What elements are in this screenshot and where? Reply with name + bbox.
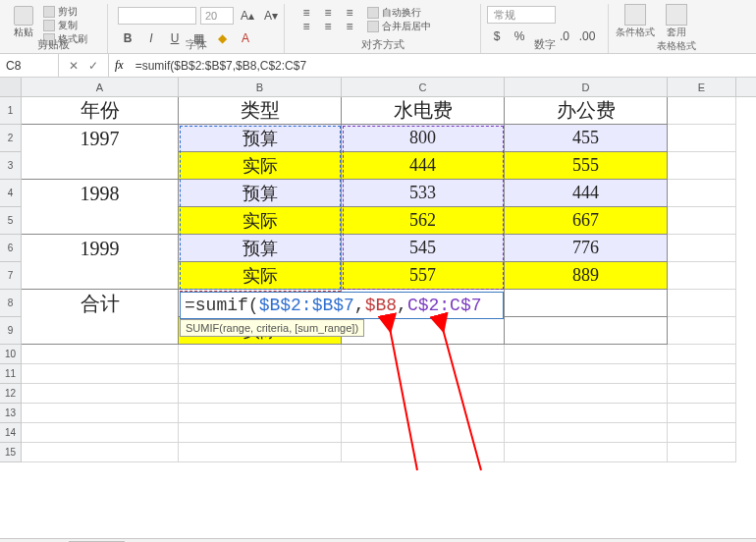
- cell[interactable]: 562: [342, 207, 505, 235]
- cell[interactable]: [505, 423, 668, 443]
- column-header-D[interactable]: D: [505, 78, 668, 96]
- column-header-A[interactable]: A: [22, 78, 179, 96]
- cell[interactable]: [342, 443, 505, 462]
- cell[interactable]: [342, 317, 505, 345]
- cell[interactable]: 预算: [179, 180, 342, 207]
- cell[interactable]: 1998: [22, 180, 179, 207]
- cell[interactable]: [505, 290, 668, 317]
- cell[interactable]: [505, 364, 668, 384]
- select-all-corner[interactable]: [0, 78, 22, 96]
- cell[interactable]: [179, 345, 342, 364]
- cell[interactable]: [179, 443, 342, 462]
- cancel-formula-icon[interactable]: ✕: [67, 59, 81, 73]
- decrease-font-icon[interactable]: A▾: [261, 6, 281, 26]
- row-header[interactable]: 8: [0, 290, 22, 317]
- row-header[interactable]: 2: [0, 125, 22, 152]
- cell[interactable]: 444: [505, 180, 668, 207]
- cell[interactable]: [668, 364, 736, 384]
- cell[interactable]: [505, 404, 668, 423]
- wrap-text-button[interactable]: 自动换行: [367, 6, 431, 19]
- row-header[interactable]: 12: [0, 384, 22, 404]
- cell[interactable]: [668, 97, 736, 125]
- cell[interactable]: [179, 423, 342, 443]
- align-right-icon[interactable]: ≡: [340, 17, 359, 36]
- cell[interactable]: [342, 384, 505, 404]
- cell[interactable]: 办公费: [505, 97, 668, 125]
- copy-button[interactable]: 复制: [43, 19, 87, 31]
- cell[interactable]: 水电费: [342, 97, 505, 125]
- paste-button[interactable]: 粘贴: [6, 4, 41, 41]
- cell[interactable]: 类型: [179, 97, 342, 125]
- cell[interactable]: [505, 317, 668, 345]
- row-header[interactable]: 11: [0, 364, 22, 384]
- cell[interactable]: [668, 404, 736, 423]
- cell[interactable]: [22, 262, 179, 290]
- merge-center-button[interactable]: 合并后居中: [367, 20, 431, 32]
- cell[interactable]: [22, 404, 179, 423]
- number-format-combo[interactable]: 常规: [487, 6, 556, 24]
- cell[interactable]: 合计: [22, 290, 179, 317]
- cell[interactable]: 预算: [179, 235, 342, 262]
- table-format-button[interactable]: 套用 表格格式: [656, 4, 697, 53]
- cell[interactable]: 预算: [179, 125, 342, 152]
- row-header[interactable]: 15: [0, 443, 22, 462]
- cell[interactable]: 455: [505, 125, 668, 152]
- cell[interactable]: [668, 207, 736, 235]
- cell[interactable]: [22, 423, 179, 443]
- cell[interactable]: [668, 290, 736, 317]
- align-left-icon[interactable]: ≡: [297, 17, 316, 36]
- font-size-combo[interactable]: 20: [200, 7, 234, 25]
- column-header-E[interactable]: E: [668, 78, 736, 96]
- cell[interactable]: [22, 152, 179, 180]
- row-header[interactable]: 4: [0, 180, 22, 207]
- cell[interactable]: [505, 345, 668, 364]
- cell[interactable]: [22, 317, 179, 345]
- cell[interactable]: [342, 364, 505, 384]
- cell[interactable]: [22, 443, 179, 462]
- cell[interactable]: [668, 180, 736, 207]
- cell[interactable]: [668, 125, 736, 152]
- cell[interactable]: 545: [342, 235, 505, 262]
- cut-button[interactable]: 剪切: [43, 5, 87, 18]
- cell[interactable]: [505, 443, 668, 462]
- cell[interactable]: 1999: [22, 235, 179, 262]
- row-header[interactable]: 6: [0, 235, 22, 262]
- cell[interactable]: [668, 345, 736, 364]
- row-header[interactable]: 5: [0, 207, 22, 235]
- cell[interactable]: [179, 384, 342, 404]
- cell[interactable]: [668, 317, 736, 345]
- cell[interactable]: 444: [342, 152, 505, 180]
- row-header[interactable]: 3: [0, 152, 22, 180]
- cell[interactable]: [22, 345, 179, 364]
- cell[interactable]: 实际: [179, 262, 342, 290]
- cell[interactable]: 1997: [22, 125, 179, 152]
- name-box[interactable]: C8: [0, 54, 59, 77]
- cell-editor[interactable]: =sumif( $B$2:$B$7 , $B8 , C$2:C$7: [180, 292, 504, 319]
- cell[interactable]: 实际: [179, 207, 342, 235]
- cell[interactable]: [179, 364, 342, 384]
- cell[interactable]: [342, 423, 505, 443]
- cell[interactable]: [668, 443, 736, 462]
- spreadsheet-grid[interactable]: A B C D E 1年份类型水电费办公费21997预算8004553实际444…: [0, 78, 756, 538]
- cell[interactable]: [342, 345, 505, 364]
- cell[interactable]: [668, 235, 736, 262]
- cell[interactable]: 557: [342, 262, 505, 290]
- cell[interactable]: 实际: [179, 152, 342, 180]
- row-header[interactable]: 7: [0, 262, 22, 290]
- increase-font-icon[interactable]: A▴: [238, 6, 257, 26]
- row-header[interactable]: 14: [0, 423, 22, 443]
- cell[interactable]: [668, 152, 736, 180]
- cell[interactable]: [179, 404, 342, 423]
- conditional-format-button[interactable]: 条件格式: [615, 4, 656, 39]
- cell[interactable]: [668, 262, 736, 290]
- enter-formula-icon[interactable]: ✓: [86, 59, 100, 73]
- cell[interactable]: [22, 207, 179, 235]
- column-header-C[interactable]: C: [342, 78, 505, 96]
- cell[interactable]: 年份: [22, 97, 179, 125]
- cell[interactable]: [505, 384, 668, 404]
- cell[interactable]: 555: [505, 152, 668, 180]
- row-header[interactable]: 1: [0, 97, 22, 125]
- column-header-B[interactable]: B: [179, 78, 342, 96]
- font-name-combo[interactable]: [118, 7, 196, 25]
- cell[interactable]: 776: [505, 235, 668, 262]
